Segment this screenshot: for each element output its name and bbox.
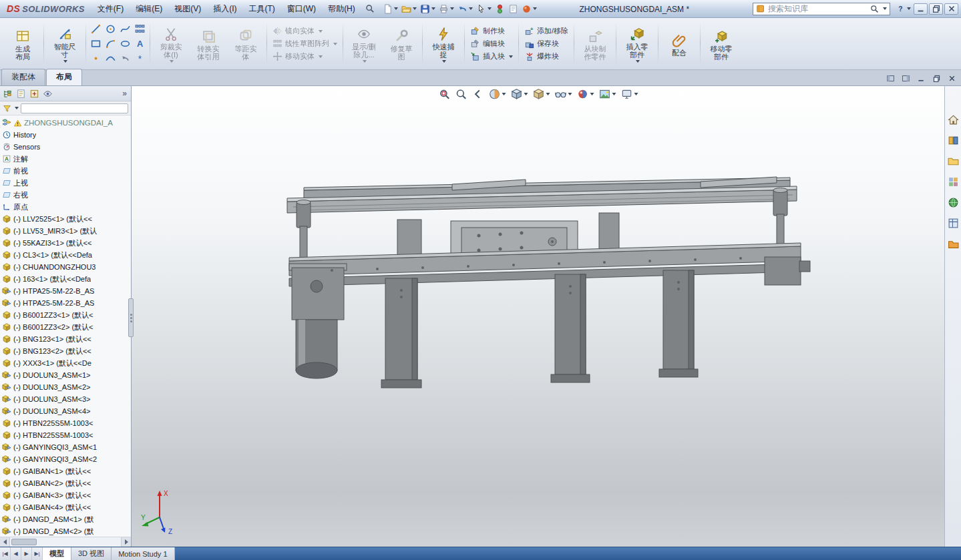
tree-item-32[interactable]: (-) DANGD_ASM<1> (默 <box>2 513 131 525</box>
offset-entities-button[interactable]: 等距实 体 <box>228 27 264 61</box>
scroll-left-button[interactable] <box>0 537 10 547</box>
menu-item-6[interactable]: 帮助(H) <box>322 1 361 17</box>
tree-item-16[interactable]: (-) B6001ZZ3<2> (默认< <box>2 321 131 333</box>
mate-button[interactable]: 配合 <box>661 31 697 57</box>
hide-show-items-button[interactable] <box>553 87 573 101</box>
tree-item-23[interactable]: (-) DUOLUN3_ASM<4> <box>2 405 131 417</box>
linear-sketch-pattern-button[interactable]: 线性草图阵列 <box>270 38 340 49</box>
tree-item-24[interactable]: (-) HTBN225S5M-1003< <box>2 417 131 429</box>
scrollbar-thumb[interactable] <box>11 539 37 545</box>
zoom-to-area-button[interactable] <box>453 87 468 101</box>
tree-item-13[interactable]: (-) HTPA25-5M-22-B_AS <box>2 285 131 297</box>
knowledge-search[interactable]: 搜索知识库 <box>753 3 890 15</box>
rebuild-button[interactable] <box>494 3 506 15</box>
tab-scroll-3[interactable]: ▶| <box>32 547 43 560</box>
panel-more-button[interactable]: » <box>120 89 129 98</box>
file-explorer-button[interactable] <box>946 154 960 168</box>
tree-item-31[interactable]: (-) GAIBAN<4> (默认<< <box>2 501 131 513</box>
featuremanager-design-tree-tab[interactable] <box>2 88 13 99</box>
tree-root[interactable]: ZHONGSHUSONGDAI_A <box>2 117 131 129</box>
search-icon[interactable] <box>870 5 879 13</box>
tree-item-10[interactable]: (-) CL3<1> (默认<<Defa <box>2 249 131 261</box>
open-document-button[interactable] <box>400 3 418 15</box>
support-legs[interactable] <box>381 270 698 388</box>
custom-properties-button[interactable] <box>946 216 960 230</box>
view-settings-button[interactable] <box>619 87 639 101</box>
minimize-document-button[interactable] <box>914 73 928 83</box>
smart-dimension-button[interactable]: 智能尺 寸 <box>47 25 83 63</box>
tab-model[interactable]: 模型 <box>43 547 71 560</box>
panel-splitter[interactable] <box>128 298 134 337</box>
menu-item-4[interactable]: 工具(T) <box>242 1 280 17</box>
tree-item-4[interactable]: 上视 <box>2 177 131 189</box>
viewport-previous-button[interactable] <box>884 73 897 83</box>
quick-snaps-button[interactable]: 快速捕 捉 <box>425 25 461 63</box>
search-commands-button[interactable] <box>363 3 377 15</box>
sketch-circle-button[interactable] <box>104 22 118 36</box>
tab-layout[interactable]: 布局 <box>46 69 82 85</box>
apply-scene-button[interactable] <box>597 87 617 101</box>
edit-appearance-qat-button[interactable] <box>520 3 538 15</box>
sketch-arc-3pt-button[interactable] <box>104 51 118 65</box>
menu-item-5[interactable]: 窗口(W) <box>281 1 322 17</box>
section-view-button[interactable] <box>487 87 507 101</box>
filter-funnel-icon[interactable] <box>3 104 11 113</box>
appearances-scenes-button[interactable] <box>946 196 960 210</box>
sketch-text-button[interactable]: A <box>133 37 147 51</box>
filter-caret-icon[interactable] <box>15 107 19 109</box>
file-properties-button[interactable] <box>507 3 520 15</box>
menu-item-1[interactable]: 编辑(E) <box>130 1 168 17</box>
drive-motor[interactable] <box>289 264 347 378</box>
zoom-to-fit-button[interactable] <box>437 87 451 101</box>
tree-item-19[interactable]: (-) XXX3<1> (默认<<De <box>2 357 131 369</box>
sketch-spline-button[interactable] <box>118 22 132 36</box>
tree-item-22[interactable]: (-) DUOLUN3_ASM<3> <box>2 393 131 405</box>
tab-3d-views[interactable]: 3D 视图 <box>71 547 112 560</box>
propertymanager-tab[interactable] <box>15 88 27 99</box>
tree-item-7[interactable]: (-) LLV2525<1> (默认<< <box>2 213 131 225</box>
menu-item-3[interactable]: 插入(I) <box>207 1 242 17</box>
sketch-arc-button[interactable] <box>104 37 118 51</box>
trim-entities-button[interactable]: 剪裁实 体(I) <box>153 25 189 63</box>
tree-item-28[interactable]: (-) GAIBAN<1> (默认<< <box>2 465 131 477</box>
graphics-area[interactable]: X Y Z <box>132 86 944 547</box>
dimxpertmanager-tab[interactable] <box>42 88 53 99</box>
filter-input[interactable] <box>21 103 128 113</box>
repair-sketch-button[interactable]: 修复草 图 <box>383 27 419 61</box>
move-entities-button[interactable]: 移动实体 <box>270 51 340 62</box>
view-orientation-button[interactable] <box>509 87 529 101</box>
tree-item-27[interactable]: (-) GANYINGQI3_ASM<2 <box>2 453 131 465</box>
tab-motion-study-1[interactable]: Motion Study 1 <box>112 547 174 560</box>
tree-item-1[interactable]: Sensors <box>2 141 131 153</box>
tree-item-15[interactable]: (-) B6001ZZ3<1> (默认< <box>2 309 131 321</box>
sketch-point-button[interactable] <box>89 51 103 65</box>
tree-item-8[interactable]: (-) LLV53_MIR3<1> (默认 <box>2 225 131 237</box>
tree-item-6[interactable]: 原点 <box>2 201 131 213</box>
make-part-from-block-button[interactable]: 从块制 作零件 <box>577 27 613 61</box>
tree-item-18[interactable]: (-) BNG123<2> (默认<< <box>2 345 131 357</box>
tree-item-11[interactable]: (-) CHUANDONGZHOU3 <box>2 261 131 273</box>
view-palette-button[interactable] <box>946 175 960 189</box>
tree-item-2[interactable]: A注解 <box>2 153 131 165</box>
new-document-button[interactable] <box>381 3 399 15</box>
tree-item-26[interactable]: (-) GANYINGQI3_ASM<1 <box>2 441 131 453</box>
tree-item-30[interactable]: (-) GAIBAN<3> (默认<< <box>2 489 131 501</box>
create-layout-button[interactable]: 生成 布局 <box>5 27 41 61</box>
tree-horizontal-scrollbar[interactable] <box>0 537 131 547</box>
select-button[interactable] <box>475 3 493 15</box>
scrollbar-track[interactable] <box>10 537 121 547</box>
tree-item-12[interactable]: (-) 163<1> (默认<<Defa <box>2 273 131 285</box>
close-document-button[interactable] <box>945 73 958 83</box>
search-caret-icon[interactable] <box>883 7 887 10</box>
help-button[interactable]: ? <box>894 4 912 14</box>
tab-scroll-1[interactable]: ◀ <box>11 547 21 560</box>
restore-document-button[interactable] <box>930 73 943 83</box>
display-style-button[interactable] <box>531 87 551 101</box>
tree-item-21[interactable]: (-) DUOLUN3_ASM<2> <box>2 381 131 393</box>
edit-block-button[interactable]: 编辑块 <box>467 38 516 49</box>
close-button[interactable] <box>944 3 958 15</box>
tree-item-25[interactable]: (-) HTBN225S5M-1003< <box>2 429 131 441</box>
minimize-button[interactable] <box>914 3 928 15</box>
sketch-line-button[interactable] <box>89 22 103 36</box>
tree-item-33[interactable]: (-) DANGD_ASM<2> (默 <box>2 525 131 537</box>
